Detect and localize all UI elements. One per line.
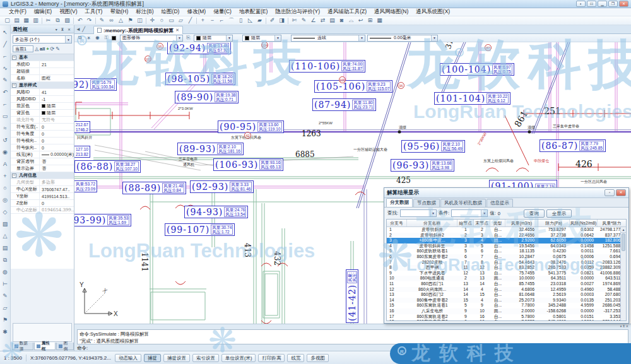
hatch-icon[interactable]: ▨ — [3, 218, 8, 230]
copy-icon[interactable]: ⧉ — [3, 254, 7, 266]
column-header[interactable]: 风量(m3/s) — [505, 220, 538, 226]
table-row[interactable]: 11860西石门11314自...85.745523.03180.0027197… — [387, 281, 626, 287]
print-icon[interactable]: ▥ — [31, 16, 40, 25]
column-header[interactable]: 末节点 — [474, 220, 490, 226]
show-all-button[interactable]: 全显示 — [546, 209, 572, 218]
stamp-icon[interactable]: ⎘ — [185, 35, 192, 41]
menu-item[interactable]: 隐患防治与评价(Y) — [271, 8, 324, 16]
gear-icon[interactable]: ✱ — [3, 326, 8, 338]
window-settings-button[interactable]: ⊡ — [587, 1, 596, 7]
chevron-down-icon[interactable]: ▼ — [358, 35, 365, 41]
table-row[interactable]: 2皮带明斜井223自...22.465637.27380.0642837.377… — [387, 233, 626, 238]
dialog-tab[interactable]: 风机及等积孔数据 — [440, 199, 486, 207]
branch-label[interactable]: (41-42)风量:风压: — [346, 269, 358, 323]
angle-icon[interactable]: ∠ — [309, 16, 318, 25]
edit-icon[interactable]: ✎ — [56, 46, 60, 52]
value-field[interactable]: 0 — [498, 211, 513, 216]
swap-icon[interactable]: ⇄ — [318, 16, 327, 25]
background-color-combo[interactable]: 随层 ▼ — [242, 35, 281, 42]
arc2-icon[interactable]: ⌓ — [346, 16, 356, 25]
camera-icon[interactable]: ◉ — [3, 146, 8, 158]
property-row[interactable]: 填充符号无符号 — [11, 117, 55, 124]
dialog-tab[interactable]: 信息提示 — [487, 199, 513, 207]
scissors-icon[interactable]: ✄ — [290, 16, 299, 25]
query-button[interactable]: 查询 — [524, 209, 545, 218]
menu-item[interactable]: 视图(V) — [56, 8, 81, 16]
property-row[interactable]: 符号角度0 — [11, 131, 74, 138]
node-marker[interactable]: 100 — [339, 76, 346, 83]
branch-label-partial[interactable]: 风量:53.72风压:23.09 — [74, 180, 97, 192]
menu-item[interactable]: 修改(M) — [183, 8, 209, 16]
dialog-title-bar[interactable]: 解算结果显示 ▫ ✕ — [384, 188, 628, 198]
node-marker[interactable]: 102 — [144, 56, 151, 62]
menu-item[interactable]: 帮助(H) — [106, 8, 132, 16]
menu-item[interactable]: 文件(F) — [5, 8, 30, 16]
pencil-icon[interactable]: ✎ — [3, 74, 8, 86]
tag-icon[interactable]: ◨ — [277, 16, 286, 25]
restore-button[interactable]: ❐ — [608, 1, 618, 7]
dialog-close-button[interactable]: ✕ — [616, 189, 626, 196]
condition-combo[interactable]: ▼ — [451, 209, 488, 217]
property-row[interactable]: 线宽(米)0.00000(米) — [11, 151, 74, 158]
close-button[interactable]: ✕ — [619, 1, 628, 7]
property-row[interactable]: 系统ID21 — [11, 61, 74, 68]
warning-icon[interactable]: △ — [116, 16, 126, 25]
new-icon[interactable]: ▢ — [3, 16, 12, 25]
branch-label[interactable]: (106-93)风量:93.16风压:65.13 — [213, 158, 283, 171]
chevron-down-icon[interactable]: ▼ — [176, 35, 182, 41]
property-row[interactable]: 背景色随层 — [11, 110, 74, 117]
branch-label[interactable]: (89-90)风量:19.38风压:0.71 — [175, 91, 239, 103]
table-row[interactable]: 1皮带明斜井12自...32.4656753.82970.630224798.1… — [387, 227, 626, 233]
add-button[interactable]: + — [46, 47, 49, 51]
property-row[interactable]: 几何类型多边形 — [11, 179, 55, 186]
property-row[interactable]: 前景色随层 — [11, 103, 74, 110]
edit-icon[interactable]: ✎ — [3, 290, 8, 302]
wave-icon[interactable]: ≈ — [4, 122, 7, 134]
undo-icon[interactable]: ↶ — [75, 16, 85, 25]
branch-label[interactable]: (90-95)风量:13.60风压:119.10 — [218, 120, 284, 133]
node-marker[interactable]: 87 — [485, 44, 492, 51]
branch-label[interactable]: (110-106)风量:74.00风压:31.87 — [289, 60, 365, 73]
pen-icon[interactable]: ✎ — [97, 16, 107, 25]
column-header[interactable]: 风量*阻力 — [598, 220, 627, 226]
clip-icon[interactable]: ⊞ — [365, 16, 375, 25]
dialog-tab[interactable]: 分支数据 — [386, 198, 413, 207]
grid-icon[interactable]: ▦ — [375, 16, 384, 25]
selection-combo[interactable]: 多边形 (1个) ▼ — [13, 35, 72, 44]
branch-label[interactable]: (92-93)风量:3.33风压:81.46 — [190, 180, 254, 193]
chevron-down-icon[interactable]: ▼ — [274, 35, 281, 41]
loop-icon[interactable]: ↺ — [3, 134, 8, 146]
polyline-icon[interactable]: ⌐ — [3, 50, 6, 62]
node-marker[interactable]: 42 — [244, 132, 251, 139]
panel-tab[interactable]: 数据源 — [12, 343, 33, 350]
info-icon[interactable]: ◍ — [3, 266, 8, 278]
table-row[interactable]: 12860火药库回...144自...4.680612.49590.496058… — [387, 287, 626, 293]
column-header[interactable]: 分支号 — [387, 220, 407, 226]
pick-icon[interactable]: + — [3, 170, 6, 182]
branch-label[interactable]: (99-107)风量:30.74风压:1.72 — [165, 223, 235, 236]
cursor-icon[interactable]: ↖ — [3, 26, 8, 38]
rect-icon[interactable]: ▭ — [3, 110, 8, 122]
property-row[interactable]: 符号宽度(..0 — [11, 124, 74, 131]
property-row[interactable]: 风格ID41 — [11, 89, 74, 96]
branch-label[interactable]: (87-94)风量:11.80风压:23.71 — [312, 98, 376, 111]
branch-label[interactable]: (92-94)风量:13.46风压:67.92 — [167, 42, 231, 54]
layer-combo[interactable]: 图形修饰 ▼ — [120, 35, 183, 42]
panel-controls[interactable]: ▾ ⊼ ✕ — [56, 27, 72, 32]
column-header[interactable]: 类型 — [490, 220, 505, 226]
table-row[interactable]: 13860西石门21415自...81.06482.56190.0003207.… — [387, 292, 626, 298]
branch-label[interactable]: (89-93)风量:2.10风压:181.16 — [177, 143, 244, 155]
property-group[interactable]: −显示样式 — [11, 82, 74, 89]
property-row[interactable]: 背景透明否 — [11, 158, 74, 165]
panel-tab[interactable]: 属性框 — [34, 343, 56, 350]
column-header[interactable]: 始节点 — [457, 220, 474, 226]
circle-icon[interactable]: ○ — [3, 182, 6, 194]
filter-icon[interactable]: ◬ — [35, 46, 38, 52]
menu-item[interactable]: 标注(B) — [132, 8, 157, 16]
property-row[interactable]: 符号横向..0 — [11, 138, 74, 144]
redo-icon[interactable]: ↷ — [85, 16, 94, 25]
foreground-color-combo[interactable]: 随层 ▼ — [194, 35, 233, 42]
circle-icon[interactable]: ○ — [157, 16, 167, 25]
minimize-button[interactable]: ▁ — [598, 1, 607, 7]
table-row[interactable]: 17860东翼轨道巷2916自...5.78000.58010.01513.35… — [387, 314, 626, 320]
